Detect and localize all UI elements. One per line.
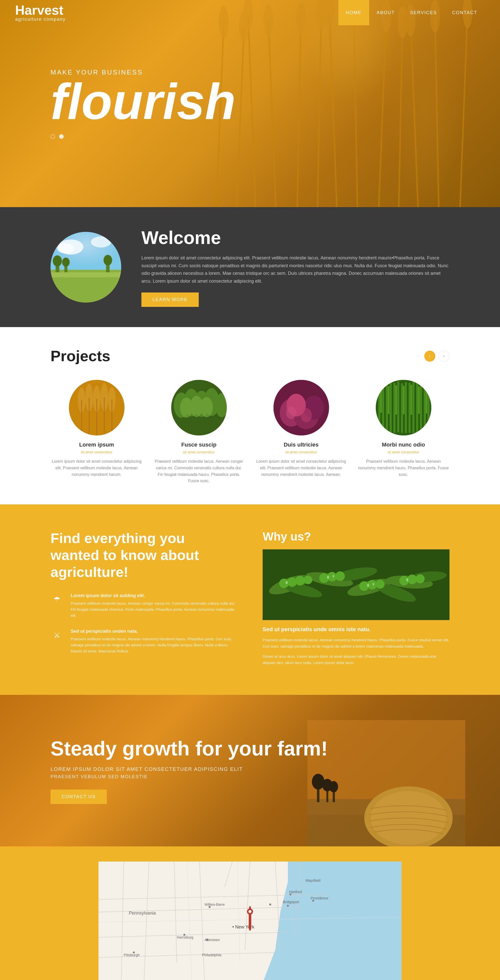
svg-point-37 [103, 255, 112, 266]
svg-point-111 [367, 584, 369, 587]
nav-about[interactable]: ABOUT [369, 0, 403, 25]
find-section: Find everything you wanted to know about… [0, 504, 500, 695]
svg-text:Philadelphia: Philadelphia [202, 953, 221, 957]
svg-text:Hartford: Hartford [289, 890, 302, 894]
svg-point-35 [62, 258, 70, 267]
svg-point-109 [286, 581, 287, 584]
svg-rect-77 [420, 382, 422, 433]
project-subtitle-4: sit amet consectetur [357, 450, 449, 454]
svg-point-113 [333, 575, 334, 578]
why-text-1: Praesent vellibum molestie lacus. Aenean… [263, 637, 449, 650]
svg-rect-79 [427, 382, 430, 433]
svg-rect-85 [418, 387, 420, 414]
find-item-1-text: Praesent vellibum molestie lacus. Aenean… [71, 600, 237, 619]
svg-text:Harrisburg: Harrisburg [177, 935, 193, 939]
find-item-1-heading: Lorem ipsum dolor sit aulding elit. [71, 593, 237, 598]
project-desc-1: Lorem ipsum dolor sit amet consectetur a… [51, 458, 143, 477]
svg-rect-84 [411, 385, 412, 415]
project-image-1 [69, 380, 124, 436]
hero-dot-2[interactable] [59, 134, 63, 139]
svg-line-8 [268, 20, 276, 207]
svg-point-105 [376, 580, 384, 589]
svg-text:Pennsylvania: Pennsylvania [129, 910, 156, 916]
svg-rect-76 [416, 383, 418, 433]
project-title-4: Morbi nunc odio [357, 442, 449, 448]
growth-section: Steady growth for your farm! LOREM IPSUM… [0, 695, 500, 846]
svg-rect-81 [388, 386, 389, 414]
projects-title: Projects [51, 347, 110, 365]
contact-us-button[interactable]: CONTACT US [51, 789, 107, 804]
svg-rect-71 [397, 382, 399, 433]
hero-dot-1[interactable] [51, 134, 55, 139]
svg-text:Pittsburgh: Pittsburgh [124, 953, 140, 957]
svg-point-110 [327, 576, 329, 579]
svg-line-9 [317, 14, 321, 207]
svg-rect-31 [51, 272, 121, 277]
projects-prev-button[interactable]: ‹ [424, 351, 435, 362]
why-title: Why us? [263, 530, 449, 543]
map-section: Pennsylvania • New York Hartford Provide… [0, 846, 500, 980]
umbrella-icon: ☂ [51, 593, 63, 606]
svg-text:• New York: • New York [232, 924, 254, 929]
project-desc-3: Lorem ipsum dolor sit amet consectetur a… [255, 458, 347, 477]
svg-rect-82 [395, 385, 397, 414]
find-right: Why us? [263, 530, 449, 670]
project-title-1: Lorem ipsum [51, 442, 143, 448]
svg-point-28 [57, 243, 75, 253]
project-title-2: Fusce suscip [153, 442, 245, 448]
svg-point-64 [301, 408, 312, 422]
svg-rect-75 [413, 382, 414, 433]
nav-services[interactable]: SERVICES [403, 0, 445, 25]
svg-rect-73 [405, 382, 407, 433]
svg-rect-70 [394, 383, 395, 433]
svg-line-12 [435, 16, 439, 207]
svg-rect-86 [426, 387, 427, 414]
svg-rect-69 [390, 382, 392, 433]
svg-point-163 [249, 910, 251, 913]
logo-tagline: agriculture company [15, 17, 66, 22]
svg-point-108 [416, 574, 425, 584]
svg-rect-83 [403, 386, 405, 414]
svg-rect-74 [409, 383, 411, 433]
find-item-1: ☂ Lorem ipsum dolor sit aulding elit. Pr… [51, 593, 237, 619]
find-left: Find everything you wanted to know about… [51, 530, 237, 670]
welcome-image [51, 232, 121, 302]
projects-navigation: ‹ › [424, 351, 449, 362]
svg-point-150 [287, 905, 289, 907]
svg-point-98 [295, 576, 305, 585]
project-image-2 [171, 380, 227, 436]
svg-line-5 [411, 20, 419, 207]
project-image-3 [273, 380, 329, 436]
navigation: Harvest agriculture company HOME ABOUT S… [0, 0, 500, 25]
project-subtitle-1: sit amet consectetur [51, 450, 143, 454]
svg-rect-26 [51, 232, 121, 275]
svg-text:Wilkes-Barre: Wilkes-Barre [205, 902, 225, 907]
svg-text:Bridgeport: Bridgeport [283, 900, 299, 904]
project-subtitle-3: sit amet consectetur [255, 450, 347, 454]
project-desc-4: Praesent vellibum molestie lacus. Aenean… [357, 458, 449, 477]
welcome-circle-bg [51, 232, 121, 302]
nav-home[interactable]: HOME [338, 0, 369, 25]
svg-text:Providence: Providence [311, 896, 328, 900]
nav-contact[interactable]: CONTACT [444, 0, 485, 25]
map-container: Pennsylvania • New York Hartford Provide… [98, 862, 402, 980]
learn-more-button[interactable]: LEARN MORE [141, 293, 199, 307]
svg-point-29 [91, 236, 111, 248]
svg-point-99 [304, 576, 313, 584]
find-item-2-heading: Sed ut perspiciatis unden nata. [71, 628, 237, 634]
svg-point-33 [53, 255, 62, 266]
hero-title: flourish [51, 79, 236, 124]
projects-next-button[interactable]: › [438, 351, 449, 362]
svg-line-10 [354, 18, 358, 207]
project-card: Duis ultricies sit amet consectetur Lore… [255, 380, 347, 484]
svg-rect-78 [424, 384, 426, 433]
svg-rect-68 [386, 383, 388, 433]
svg-text:Maysfield: Maysfield [306, 878, 321, 883]
welcome-text: Welcome Lorem ipsum dolor sit amet conse… [141, 228, 449, 307]
svg-point-124 [329, 781, 338, 792]
svg-line-4 [378, 16, 386, 207]
find-title: Find everything you wanted to know about… [51, 530, 237, 581]
svg-line-11 [398, 22, 403, 207]
project-subtitle-2: sit amet consectetur [153, 450, 245, 454]
fork-icon: ⚔ [51, 628, 63, 641]
